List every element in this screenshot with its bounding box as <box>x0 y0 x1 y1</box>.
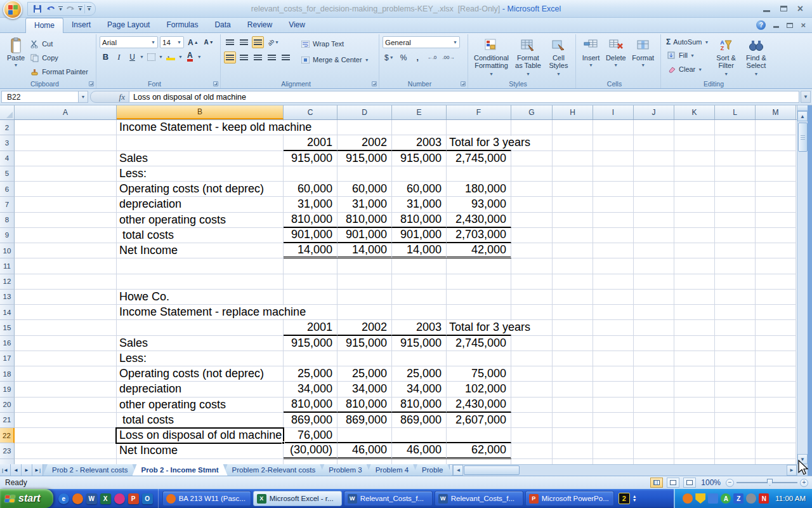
cell-C21[interactable]: 869,000 <box>284 413 337 428</box>
fill-color-button[interactable]: ◔ <box>164 51 177 63</box>
column-header-D[interactable]: D <box>337 105 392 119</box>
cell-B18[interactable]: Operating costs (not deprec) <box>117 366 284 382</box>
underline-dropdown[interactable]: ▼ <box>140 55 144 59</box>
cell-K21[interactable] <box>674 413 715 428</box>
cell-M9[interactable] <box>756 228 796 243</box>
cell-E12[interactable] <box>392 274 447 290</box>
cell-A22[interactable] <box>15 428 117 443</box>
font-dialog-launcher[interactable] <box>213 81 218 86</box>
cell-C12[interactable] <box>284 274 337 290</box>
decrease-decimal-button[interactable]: .00→ <box>440 51 456 64</box>
cell-M12[interactable] <box>756 274 796 290</box>
cell-L4[interactable] <box>715 151 756 166</box>
cell-B15[interactable] <box>117 320 284 335</box>
cell-D3[interactable]: 2002 <box>337 135 392 150</box>
first-sheet-button[interactable]: |◄ <box>0 464 11 476</box>
fill-color-dropdown[interactable]: ▼ <box>178 55 183 59</box>
cell-A6[interactable] <box>15 182 117 197</box>
cell-M2[interactable] <box>756 120 796 135</box>
cell-F18[interactable]: 75,000 <box>447 366 511 382</box>
cell-E22[interactable] <box>392 428 447 443</box>
italic-button[interactable]: I <box>113 51 125 63</box>
row-header-20[interactable]: 20 <box>0 398 15 413</box>
cell-M18[interactable] <box>756 366 796 382</box>
cell-H3[interactable] <box>553 135 593 150</box>
cell-B6[interactable]: Operating costs (not deprec) <box>117 182 284 197</box>
cell-B24[interactable] <box>117 459 284 465</box>
decrease-indent-button[interactable] <box>266 51 278 64</box>
row-header-11[interactable]: 11 <box>0 258 15 274</box>
cell-E6[interactable]: 60,000 <box>392 182 447 197</box>
cell-M16[interactable] <box>756 336 796 351</box>
align-left-button[interactable] <box>224 51 236 64</box>
sheet-tab-prob-2-relevant-costs[interactable]: Prob 2 - Relevant costs <box>43 464 137 476</box>
cell-F17[interactable] <box>447 351 511 366</box>
align-center-button[interactable] <box>238 51 250 64</box>
normal-view-button[interactable] <box>650 478 663 488</box>
cell-B8[interactable]: other operating costs <box>117 213 284 228</box>
redo-icon[interactable] <box>65 3 76 15</box>
cell-E13[interactable] <box>392 290 447 305</box>
cell-M3[interactable] <box>756 135 796 150</box>
cell-J6[interactable] <box>634 182 674 197</box>
cell-B13[interactable]: Howe Co. <box>117 290 284 305</box>
row-header-5[interactable]: 5 <box>0 166 15 182</box>
taskbar-button-4[interactable]: PMicrosoft PowerPo... <box>525 491 614 506</box>
sheet-tab-prob-2-income-stmnt[interactable]: Prob 2 - Income Stmnt <box>133 464 228 476</box>
cell-F20[interactable]: 2,430,000 <box>447 398 511 413</box>
horizontal-scrollbar[interactable]: ◄ ► <box>453 464 797 476</box>
cell-I17[interactable] <box>593 351 634 366</box>
cell-D16[interactable]: 915,000 <box>337 336 392 351</box>
font-color-dropdown[interactable]: ▼ <box>197 55 202 59</box>
cell-D19[interactable]: 34,000 <box>337 382 392 397</box>
cell-G20[interactable] <box>511 398 553 413</box>
cell-H17[interactable] <box>553 351 593 366</box>
cell-F15[interactable]: Total for 3 years <box>447 320 511 335</box>
cell-L24[interactable] <box>715 459 756 465</box>
scroll-up-arrow[interactable]: ▲ <box>797 111 808 121</box>
cell-C15[interactable]: 2001 <box>284 320 337 335</box>
cell-I21[interactable] <box>593 413 634 428</box>
tray-tools-icon[interactable] <box>708 493 718 504</box>
cell-K11[interactable] <box>674 258 715 274</box>
cell-K22[interactable] <box>674 428 715 443</box>
cell-I19[interactable] <box>593 382 634 397</box>
cell-A11[interactable] <box>15 258 117 274</box>
cell-D20[interactable]: 810,000 <box>337 398 392 413</box>
cell-M8[interactable] <box>756 213 796 228</box>
cell-K4[interactable] <box>674 151 715 166</box>
cell-J5[interactable] <box>634 166 674 182</box>
borders-dropdown[interactable]: ▼ <box>159 55 163 59</box>
cell-B3[interactable] <box>117 135 284 150</box>
cell-B10[interactable]: Net Income <box>117 243 284 258</box>
row-header-22[interactable]: 22 <box>0 428 15 443</box>
cell-I20[interactable] <box>593 398 634 413</box>
cell-I12[interactable] <box>593 274 634 290</box>
cell-D11[interactable] <box>337 258 392 274</box>
cell-G12[interactable] <box>511 274 553 290</box>
cell-D14[interactable] <box>337 305 392 320</box>
cell-F12[interactable] <box>447 274 511 290</box>
cell-G10[interactable] <box>511 243 553 258</box>
cell-L5[interactable] <box>715 166 756 182</box>
formula-input[interactable]: Loss on disposal of old machine <box>129 91 799 103</box>
tray-shield-icon[interactable] <box>695 493 705 504</box>
autosum-button[interactable]: Σ AutoSum▼ <box>664 36 710 48</box>
row-header-24[interactable] <box>0 459 15 465</box>
align-top-button[interactable] <box>224 36 236 48</box>
cell-I23[interactable] <box>593 443 634 458</box>
cell-I11[interactable] <box>593 258 634 274</box>
tray-green-a-icon[interactable]: A <box>721 493 731 504</box>
cell-I6[interactable] <box>593 182 634 197</box>
cell-L9[interactable] <box>715 228 756 243</box>
cell-H21[interactable] <box>553 413 593 428</box>
cell-H12[interactable] <box>553 274 593 290</box>
tab-view[interactable]: View <box>280 18 313 32</box>
cell-B23[interactable]: Net Income <box>117 443 284 458</box>
cell-K19[interactable] <box>674 382 715 397</box>
cell-L19[interactable] <box>715 382 756 397</box>
copy-button[interactable]: Copy <box>27 51 90 64</box>
merge-center-button[interactable]: Merge & Center▼ <box>298 53 371 66</box>
taskbar-collapse-icon[interactable]: ▲▼ <box>632 495 637 502</box>
last-sheet-button[interactable]: ►| <box>32 464 43 476</box>
